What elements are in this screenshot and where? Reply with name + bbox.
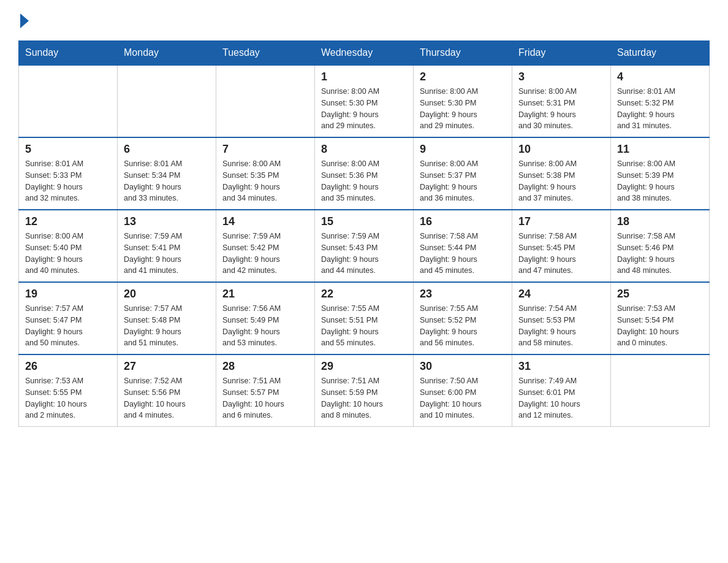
day-info: Sunrise: 8:01 AMSunset: 5:32 PMDaylight:… [617,86,703,132]
day-number: 7 [222,143,308,156]
day-info: Sunrise: 8:00 AMSunset: 5:30 PMDaylight:… [321,86,407,132]
calendar-cell: 16Sunrise: 7:58 AMSunset: 5:44 PMDayligh… [414,210,512,282]
calendar-cell: 12Sunrise: 8:00 AMSunset: 5:40 PMDayligh… [19,210,118,282]
page-header [18,12,710,28]
day-info: Sunrise: 7:58 AMSunset: 5:44 PMDaylight:… [420,231,506,277]
day-number: 14 [222,215,308,228]
day-number: 23 [420,288,506,301]
column-header-sunday: Sunday [19,41,118,66]
calendar-cell: 21Sunrise: 7:56 AMSunset: 5:49 PMDayligh… [216,282,315,354]
calendar-cell [118,65,216,137]
calendar-cell: 25Sunrise: 7:53 AMSunset: 5:54 PMDayligh… [611,282,710,354]
day-number: 4 [617,71,703,83]
day-number: 22 [321,288,407,301]
day-info: Sunrise: 8:00 AMSunset: 5:40 PMDaylight:… [25,231,111,277]
calendar-header-row: SundayMondayTuesdayWednesdayThursdayFrid… [19,41,710,66]
day-info: Sunrise: 7:55 AMSunset: 5:51 PMDaylight:… [321,303,407,349]
calendar-cell: 8Sunrise: 8:00 AMSunset: 5:36 PMDaylight… [315,137,414,210]
day-number: 12 [25,215,111,228]
day-number: 10 [518,143,604,156]
column-header-tuesday: Tuesday [216,41,315,66]
day-number: 13 [124,215,210,228]
calendar-cell: 14Sunrise: 7:59 AMSunset: 5:42 PMDayligh… [216,210,315,282]
day-number: 25 [617,288,703,301]
day-info: Sunrise: 7:50 AMSunset: 6:00 PMDaylight:… [420,375,506,421]
day-info: Sunrise: 7:58 AMSunset: 5:46 PMDaylight:… [617,231,703,277]
calendar-cell: 27Sunrise: 7:52 AMSunset: 5:56 PMDayligh… [118,354,216,427]
day-info: Sunrise: 7:59 AMSunset: 5:42 PMDaylight:… [222,231,308,277]
day-info: Sunrise: 7:57 AMSunset: 5:48 PMDaylight:… [124,303,210,349]
column-header-saturday: Saturday [611,41,710,66]
calendar-week-row: 26Sunrise: 7:53 AMSunset: 5:55 PMDayligh… [19,354,710,427]
calendar-cell: 19Sunrise: 7:57 AMSunset: 5:47 PMDayligh… [19,282,118,354]
day-info: Sunrise: 7:57 AMSunset: 5:47 PMDaylight:… [25,303,111,349]
calendar-cell: 15Sunrise: 7:59 AMSunset: 5:43 PMDayligh… [315,210,414,282]
column-header-thursday: Thursday [414,41,512,66]
day-info: Sunrise: 7:56 AMSunset: 5:49 PMDaylight:… [222,303,308,349]
calendar-cell: 6Sunrise: 8:01 AMSunset: 5:34 PMDaylight… [118,137,216,210]
calendar-cell: 24Sunrise: 7:54 AMSunset: 5:53 PMDayligh… [512,282,611,354]
day-number: 20 [124,288,210,301]
day-info: Sunrise: 8:00 AMSunset: 5:36 PMDaylight:… [321,158,407,204]
column-header-monday: Monday [118,41,216,66]
day-info: Sunrise: 8:00 AMSunset: 5:37 PMDaylight:… [420,158,506,204]
day-info: Sunrise: 7:59 AMSunset: 5:41 PMDaylight:… [124,231,210,277]
day-number: 29 [321,360,407,373]
day-number: 17 [518,215,604,228]
day-number: 6 [124,143,210,156]
calendar-cell [611,354,710,427]
calendar-cell: 28Sunrise: 7:51 AMSunset: 5:57 PMDayligh… [216,354,315,427]
day-number: 5 [25,143,111,156]
day-number: 2 [420,71,506,83]
day-number: 3 [518,71,604,83]
calendar-cell: 18Sunrise: 7:58 AMSunset: 5:46 PMDayligh… [611,210,710,282]
calendar-cell: 20Sunrise: 7:57 AMSunset: 5:48 PMDayligh… [118,282,216,354]
calendar-cell: 4Sunrise: 8:01 AMSunset: 5:32 PMDaylight… [611,65,710,137]
day-info: Sunrise: 7:49 AMSunset: 6:01 PMDaylight:… [518,375,604,421]
calendar-cell: 31Sunrise: 7:49 AMSunset: 6:01 PMDayligh… [512,354,611,427]
calendar-cell: 5Sunrise: 8:01 AMSunset: 5:33 PMDaylight… [19,137,118,210]
calendar-cell: 7Sunrise: 8:00 AMSunset: 5:35 PMDaylight… [216,137,315,210]
calendar-week-row: 19Sunrise: 7:57 AMSunset: 5:47 PMDayligh… [19,282,710,354]
day-info: Sunrise: 7:52 AMSunset: 5:56 PMDaylight:… [124,375,210,421]
day-info: Sunrise: 7:51 AMSunset: 5:57 PMDaylight:… [222,375,308,421]
day-info: Sunrise: 8:00 AMSunset: 5:31 PMDaylight:… [518,86,604,132]
day-number: 8 [321,143,407,156]
calendar-cell: 26Sunrise: 7:53 AMSunset: 5:55 PMDayligh… [19,354,118,427]
day-info: Sunrise: 8:00 AMSunset: 5:35 PMDaylight:… [222,158,308,204]
day-number: 11 [617,143,703,156]
day-info: Sunrise: 7:59 AMSunset: 5:43 PMDaylight:… [321,231,407,277]
column-header-friday: Friday [512,41,611,66]
calendar-cell [19,65,118,137]
day-info: Sunrise: 8:01 AMSunset: 5:33 PMDaylight:… [25,158,111,204]
calendar-week-row: 1Sunrise: 8:00 AMSunset: 5:30 PMDaylight… [19,65,710,137]
calendar-cell [216,65,315,137]
day-number: 28 [222,360,308,373]
day-info: Sunrise: 8:00 AMSunset: 5:38 PMDaylight:… [518,158,604,204]
day-number: 1 [321,71,407,83]
calendar-cell: 11Sunrise: 8:00 AMSunset: 5:39 PMDayligh… [611,137,710,210]
calendar-table: SundayMondayTuesdayWednesdayThursdayFrid… [18,40,710,427]
day-info: Sunrise: 8:00 AMSunset: 5:30 PMDaylight:… [420,86,506,132]
day-number: 31 [518,360,604,373]
day-number: 18 [617,215,703,228]
calendar-cell: 1Sunrise: 8:00 AMSunset: 5:30 PMDaylight… [315,65,414,137]
day-number: 21 [222,288,308,301]
logo [18,12,30,28]
calendar-cell: 2Sunrise: 8:00 AMSunset: 5:30 PMDaylight… [414,65,512,137]
logo-triangle-icon [20,13,29,28]
day-info: Sunrise: 8:00 AMSunset: 5:39 PMDaylight:… [617,158,703,204]
day-number: 19 [25,288,111,301]
day-number: 27 [124,360,210,373]
column-header-wednesday: Wednesday [315,41,414,66]
calendar-cell: 22Sunrise: 7:55 AMSunset: 5:51 PMDayligh… [315,282,414,354]
day-number: 9 [420,143,506,156]
calendar-cell: 9Sunrise: 8:00 AMSunset: 5:37 PMDaylight… [414,137,512,210]
calendar-cell: 3Sunrise: 8:00 AMSunset: 5:31 PMDaylight… [512,65,611,137]
calendar-cell: 10Sunrise: 8:00 AMSunset: 5:38 PMDayligh… [512,137,611,210]
day-info: Sunrise: 7:54 AMSunset: 5:53 PMDaylight:… [518,303,604,349]
day-info: Sunrise: 7:58 AMSunset: 5:45 PMDaylight:… [518,231,604,277]
calendar-week-row: 12Sunrise: 8:00 AMSunset: 5:40 PMDayligh… [19,210,710,282]
calendar-week-row: 5Sunrise: 8:01 AMSunset: 5:33 PMDaylight… [19,137,710,210]
day-number: 30 [420,360,506,373]
